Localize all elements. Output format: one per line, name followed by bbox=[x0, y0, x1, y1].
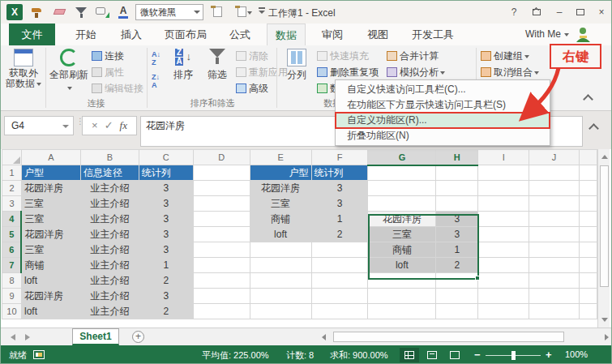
horizontal-scroll-thumb[interactable] bbox=[333, 332, 564, 342]
font-name-select[interactable]: 微软雅黑 bbox=[135, 4, 203, 20]
qat-customize-icon[interactable] bbox=[257, 7, 267, 17]
cell-G8[interactable] bbox=[368, 273, 436, 289]
connections-button[interactable]: 连接 bbox=[92, 49, 124, 64]
cell-D4[interactable] bbox=[193, 212, 250, 227]
cell-D3[interactable] bbox=[193, 196, 250, 212]
create-group-button[interactable]: 创建组 bbox=[481, 49, 529, 64]
cell-C9[interactable]: 3 bbox=[139, 289, 193, 304]
cell-E9[interactable] bbox=[250, 289, 311, 304]
tab-home[interactable]: 开始 bbox=[67, 24, 105, 45]
cell-B2[interactable]: 业主介绍 bbox=[80, 181, 139, 196]
cell-B3[interactable]: 业主介绍 bbox=[80, 196, 139, 212]
cell-F1[interactable]: 统计列 bbox=[311, 165, 368, 181]
row-header-7[interactable]: 7 bbox=[2, 258, 22, 273]
cell-G10[interactable] bbox=[368, 304, 436, 319]
cell-H9[interactable] bbox=[436, 289, 478, 304]
row-header-9[interactable]: 9 bbox=[2, 289, 22, 304]
cell-E1[interactable]: 户型 bbox=[250, 165, 311, 181]
cell-D6[interactable] bbox=[193, 242, 250, 258]
cell-G7[interactable]: loft bbox=[368, 258, 436, 273]
cell-E3[interactable]: 三室 bbox=[250, 196, 311, 212]
cell-J2[interactable] bbox=[529, 181, 580, 196]
cell-partial4[interactable] bbox=[579, 212, 597, 227]
view-page-break-button[interactable] bbox=[445, 348, 464, 362]
row-header-1[interactable]: 1 bbox=[2, 165, 22, 181]
cell-I2[interactable] bbox=[478, 181, 529, 196]
cell-B7[interactable]: 业主介绍 bbox=[80, 258, 139, 273]
cell-F8[interactable] bbox=[311, 273, 368, 289]
menu-item-customize-ribbon[interactable]: 自定义功能区(R)... bbox=[336, 113, 550, 128]
row-header-10[interactable]: 10 bbox=[2, 304, 22, 319]
remove-duplicates-button[interactable]: 删除重复项 bbox=[317, 66, 379, 80]
column-header-I[interactable]: I bbox=[478, 150, 529, 165]
cell-partial3[interactable] bbox=[579, 196, 597, 212]
tab-view[interactable]: 视图 bbox=[359, 24, 396, 45]
cell-F6[interactable] bbox=[311, 242, 368, 258]
tab-developer[interactable]: 开发工具 bbox=[404, 24, 461, 45]
cell-F2[interactable]: 3 bbox=[311, 181, 368, 196]
cell-H2[interactable] bbox=[436, 181, 478, 196]
get-external-data-button[interactable]: 获取外部数据 bbox=[6, 47, 41, 89]
cell-I10[interactable] bbox=[478, 304, 529, 319]
sheet-nav-left-icon[interactable] bbox=[11, 334, 15, 340]
cell-J9[interactable] bbox=[529, 289, 580, 304]
cell-H3[interactable] bbox=[436, 196, 478, 212]
cell-J6[interactable] bbox=[529, 242, 580, 258]
tab-data[interactable]: 数据 bbox=[267, 24, 306, 45]
cell-G6[interactable]: 商铺 bbox=[368, 242, 436, 258]
view-page-layout-button[interactable] bbox=[422, 348, 442, 362]
sort-desc-icon[interactable]: Z↓A bbox=[152, 73, 160, 88]
cell-B9[interactable]: 业主介绍 bbox=[80, 289, 139, 304]
cell-C10[interactable]: 2 bbox=[139, 304, 193, 319]
scroll-down-icon[interactable] bbox=[601, 318, 608, 322]
column-header-F[interactable]: F bbox=[311, 150, 368, 165]
cell-E8[interactable] bbox=[250, 273, 311, 289]
cell-C6[interactable]: 3 bbox=[139, 242, 193, 258]
close-button[interactable]: × bbox=[593, 5, 610, 19]
cell-I9[interactable] bbox=[478, 289, 529, 304]
cell-F7[interactable] bbox=[311, 258, 368, 273]
cell-I7[interactable] bbox=[478, 258, 529, 273]
cell-partial7[interactable] bbox=[579, 258, 597, 273]
cell-E6[interactable] bbox=[250, 242, 311, 258]
cell-E7[interactable] bbox=[250, 258, 311, 273]
cell-partial9[interactable] bbox=[579, 289, 597, 304]
cell-J10[interactable] bbox=[529, 304, 580, 319]
cell-B10[interactable]: 业主介绍 bbox=[80, 304, 139, 319]
cell-partial1[interactable] bbox=[579, 165, 597, 181]
scroll-up-icon[interactable] bbox=[601, 155, 608, 159]
cell-B4[interactable]: 业主介绍 bbox=[80, 212, 139, 227]
minimize-button[interactable]: – bbox=[550, 5, 568, 19]
expand-formula-bar-icon[interactable] bbox=[588, 123, 599, 134]
cell-H8[interactable] bbox=[436, 273, 478, 289]
scroll-right-icon[interactable] bbox=[605, 334, 609, 340]
sort-button[interactable]: ZA↓ 排序 bbox=[168, 47, 199, 82]
cell-G2[interactable] bbox=[368, 181, 436, 196]
cell-H5[interactable]: 3 bbox=[436, 227, 478, 242]
cell-E2[interactable]: 花园洋房 bbox=[250, 181, 311, 196]
cell-I8[interactable] bbox=[478, 273, 529, 289]
column-header-E[interactable]: E bbox=[250, 150, 311, 165]
refresh-all-button[interactable]: 全部刷新 bbox=[49, 47, 88, 93]
cell-D5[interactable] bbox=[193, 227, 250, 242]
cell-partial10[interactable] bbox=[579, 304, 597, 319]
cell-A2[interactable]: 花园洋房 bbox=[21, 181, 80, 196]
zoom-slider-thumb[interactable] bbox=[511, 351, 516, 360]
consolidate-button[interactable]: 合并计算 bbox=[387, 49, 439, 64]
row-header-6[interactable]: 6 bbox=[2, 242, 22, 258]
cell-D8[interactable] bbox=[193, 273, 250, 289]
zoom-slider[interactable] bbox=[486, 355, 541, 356]
column-header-B[interactable]: B bbox=[80, 150, 139, 165]
reapply-button[interactable]: 重新应用 bbox=[236, 66, 288, 80]
cell-C3[interactable]: 3 bbox=[139, 196, 193, 212]
cell-A10[interactable]: loft bbox=[21, 304, 80, 319]
column-header-J[interactable]: J bbox=[529, 150, 580, 165]
flash-fill-button[interactable]: 快速填充 bbox=[317, 49, 369, 64]
cell-C8[interactable]: 2 bbox=[139, 273, 193, 289]
cell-I3[interactable] bbox=[478, 196, 529, 212]
row-header-3[interactable]: 3 bbox=[2, 196, 22, 212]
cancel-icon[interactable]: × bbox=[92, 119, 98, 131]
font-color-icon[interactable]: A bbox=[116, 6, 131, 19]
cell-A6[interactable]: 三室 bbox=[21, 242, 80, 258]
row-header-8[interactable]: 8 bbox=[2, 273, 22, 289]
